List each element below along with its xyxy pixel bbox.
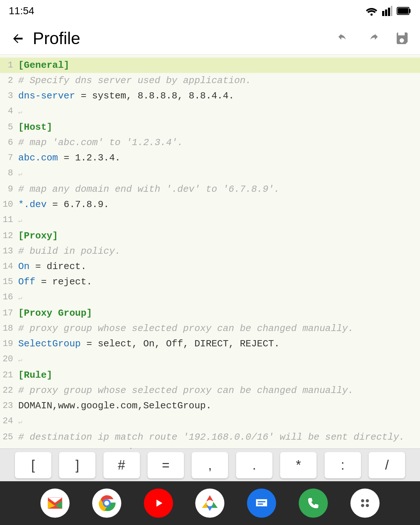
symbol-button-/[interactable]: / xyxy=(369,452,405,478)
code-line-22[interactable]: 22# proxy group whose selected proxy can… xyxy=(0,383,420,398)
status-time: 11:54 xyxy=(9,5,34,17)
code-line-15[interactable]: 15Off = reject. xyxy=(0,274,420,289)
line-content: IP-CIDR,192.168.0.0/16,DIRECT. xyxy=(18,445,420,448)
code-line-17[interactable]: 17[Proxy Group] xyxy=(0,306,420,321)
code-line-18[interactable]: 18# proxy group whose selected proxy can… xyxy=(0,321,420,336)
line-number: 6 xyxy=(0,135,18,150)
code-line-16[interactable]: 16↵ xyxy=(0,289,420,306)
code-line-6[interactable]: 6# map 'abc.com' to '1.2.3.4'. xyxy=(0,135,420,150)
dock-icon-messages[interactable] xyxy=(247,489,276,518)
svg-point-11 xyxy=(104,501,109,506)
symbol-button-=[interactable]: = xyxy=(148,452,184,478)
line-content: *.dev = 6.7.8.9. xyxy=(18,197,420,212)
line-number: 1 xyxy=(0,58,18,73)
symbol-button-[[interactable]: [ xyxy=(15,452,51,478)
line-content: Off = reject. xyxy=(18,274,420,289)
line-content: # proxy group whose selected proxy can b… xyxy=(18,321,420,336)
line-number: 18 xyxy=(0,321,18,336)
code-line-3[interactable]: 3dns-server = system, 8.8.8.8, 8.8.4.4. xyxy=(0,88,420,104)
dock-icon-gmail[interactable] xyxy=(40,489,70,518)
line-content: SelectGroup = select, On, Off, DIRECT, R… xyxy=(18,336,420,351)
dock-icon-youtube[interactable] xyxy=(144,489,173,518)
redo-button[interactable] xyxy=(362,27,384,49)
svg-point-24 xyxy=(366,504,369,507)
save-button[interactable] xyxy=(391,27,413,49)
code-line-20[interactable]: 20↵ xyxy=(0,351,420,368)
line-number: 13 xyxy=(0,244,18,259)
code-line-13[interactable]: 13# build in policy. xyxy=(0,244,420,259)
line-number: 9 xyxy=(0,182,18,197)
svg-rect-18 xyxy=(258,503,263,505)
line-content: dns-server = system, 8.8.8.8, 8.8.4.4. xyxy=(18,88,420,104)
symbol-button-#[interactable]: # xyxy=(103,452,140,478)
dock-icon-apps[interactable] xyxy=(350,489,380,518)
line-content: [Host] xyxy=(18,120,420,135)
line-content: ↵ xyxy=(18,104,420,120)
svg-rect-2 xyxy=(385,9,387,16)
svg-point-22 xyxy=(366,499,369,502)
line-number: 8 xyxy=(0,166,18,181)
undo-button[interactable] xyxy=(333,27,354,49)
line-content: [Rule] xyxy=(18,368,420,383)
dock-icon-chrome[interactable] xyxy=(92,489,121,518)
line-content: # map 'abc.com' to '1.2.3.4'. xyxy=(18,135,420,150)
line-number: 23 xyxy=(0,398,18,413)
line-number: 2 xyxy=(0,73,18,88)
svg-point-23 xyxy=(361,504,364,507)
status-bar: 11:54 xyxy=(0,0,420,22)
code-editor[interactable]: 1[General]2# Specify dns server used by … xyxy=(0,55,420,448)
svg-point-14 xyxy=(207,500,213,506)
dock-icon-photos[interactable] xyxy=(195,489,224,518)
line-number: 24 xyxy=(0,413,18,429)
line-number: 5 xyxy=(0,120,18,135)
svg-point-0 xyxy=(370,13,373,16)
line-number: 26 xyxy=(0,445,18,448)
code-line-8[interactable]: 8↵ xyxy=(0,166,420,182)
svg-rect-20 xyxy=(356,494,374,513)
symbol-button-,[interactable]: , xyxy=(192,452,228,478)
code-line-19[interactable]: 19SelectGroup = select, On, Off, DIRECT,… xyxy=(0,336,420,351)
svg-rect-1 xyxy=(382,11,384,16)
code-line-4[interactable]: 4↵ xyxy=(0,104,420,120)
code-line-23[interactable]: 23DOMAIN,www.google.com,SelectGroup. xyxy=(0,398,420,413)
code-line-9[interactable]: 9# map any domain end with '.dev' to '6.… xyxy=(0,182,420,197)
toolbar-actions xyxy=(333,27,413,49)
code-line-5[interactable]: 5[Host] xyxy=(0,120,420,135)
code-line-14[interactable]: 14On = direct. xyxy=(0,259,420,274)
code-line-2[interactable]: 2# Specify dns server used by applicatio… xyxy=(0,73,420,88)
line-number: 12 xyxy=(0,228,18,244)
back-button[interactable] xyxy=(7,27,29,49)
line-content: [General] xyxy=(18,58,420,73)
svg-point-21 xyxy=(361,499,364,502)
line-number: 14 xyxy=(0,259,18,274)
code-line-24[interactable]: 24↵ xyxy=(0,413,420,429)
dock-icon-phone[interactable] xyxy=(299,489,328,518)
code-line-11[interactable]: 11↵ xyxy=(0,212,420,228)
code-line-26[interactable]: 26IP-CIDR,192.168.0.0/16,DIRECT. xyxy=(0,445,420,448)
svg-rect-19 xyxy=(304,494,323,513)
symbol-button-.[interactable]: . xyxy=(236,452,272,478)
battery-icon xyxy=(397,6,411,16)
line-content: ↵ xyxy=(18,413,420,429)
line-content: abc.com = 1.2.3.4. xyxy=(18,150,420,166)
symbol-button-][interactable]: ] xyxy=(59,452,95,478)
code-line-7[interactable]: 7abc.com = 1.2.3.4. xyxy=(0,150,420,166)
line-content: # build in policy. xyxy=(18,244,420,259)
line-number: 25 xyxy=(0,429,18,445)
code-line-12[interactable]: 12[Proxy] xyxy=(0,228,420,244)
line-number: 11 xyxy=(0,212,18,228)
symbol-button-*[interactable]: * xyxy=(280,452,317,478)
line-number: 20 xyxy=(0,351,18,367)
line-number: 19 xyxy=(0,336,18,351)
code-line-21[interactable]: 21[Rule] xyxy=(0,368,420,383)
line-number: 15 xyxy=(0,274,18,289)
symbol-button-:[interactable]: : xyxy=(325,452,361,478)
code-line-1[interactable]: 1[General] xyxy=(0,58,420,73)
line-number: 4 xyxy=(0,104,18,119)
dock xyxy=(0,481,420,525)
code-line-10[interactable]: 10*.dev = 6.7.8.9. xyxy=(0,197,420,212)
code-line-25[interactable]: 25# destination ip match route '192.168.… xyxy=(0,429,420,445)
svg-rect-17 xyxy=(258,501,266,502)
line-content: [Proxy Group] xyxy=(18,306,420,321)
line-content: On = direct. xyxy=(18,259,420,274)
